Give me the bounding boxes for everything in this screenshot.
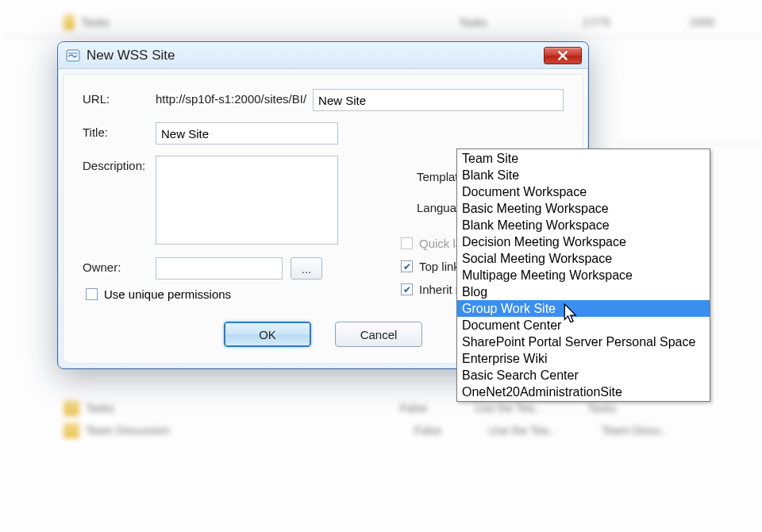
template-option[interactable]: Blank Site [457,167,710,183]
template-option[interactable]: Blank Meeting Workspace [457,217,710,233]
close-button[interactable] [544,47,582,64]
template-dropdown-list[interactable]: Team SiteBlank SiteDocument WorkspaceBas… [456,148,710,402]
quick-launch-checkbox[interactable] [401,237,413,249]
title-input[interactable] [156,122,338,145]
ok-button[interactable]: OK [224,322,311,347]
cancel-button[interactable]: Cancel [335,322,422,347]
template-option[interactable]: Decision Meeting Workspace [457,233,710,250]
template-option[interactable]: Basic Meeting Workspace [457,200,710,217]
title-label: Title: [83,122,156,139]
owner-label: Owner: [83,257,156,274]
title-row: Title: [83,122,564,145]
template-option[interactable]: Social Meeting Workspace [457,250,710,267]
app-icon [66,48,80,63]
dialog-title: New WSS Site [87,48,544,64]
unique-permissions-label: Use unique permissions [104,287,231,301]
template-option[interactable]: Document Workspace [457,183,710,200]
template-option[interactable]: Multipage Meeting Workspace [457,267,710,283]
template-option[interactable]: Enterprise Wiki [457,350,710,367]
unique-permissions-checkbox[interactable] [86,288,98,300]
url-prefix: http://sp10f-s1:2000/sites/BI/ [156,89,306,106]
template-option[interactable]: OneNet20AdministrationSite [457,384,710,400]
template-option[interactable]: Group Work Site [457,300,710,317]
top-link-checkbox[interactable]: ✔ [401,260,413,272]
owner-browse-button[interactable]: ... [291,257,322,279]
url-input[interactable] [313,89,564,111]
template-option[interactable]: Document Center [457,317,710,333]
top-link-label: Top link [419,260,460,273]
template-option[interactable]: Team Site [457,150,710,167]
description-label: Description: [83,156,156,172]
template-option[interactable]: Blog [457,283,710,300]
owner-input[interactable] [156,257,283,279]
description-input[interactable] [156,156,338,245]
template-option[interactable]: SharePoint Portal Server Personal Space [457,333,710,350]
url-row: URL: http://sp10f-s1:2000/sites/BI/ [83,89,564,111]
template-option[interactable]: Basic Search Center [457,367,710,384]
dialog-titlebar[interactable]: New WSS Site [58,42,588,69]
url-label: URL: [83,89,156,106]
inherit-nav-checkbox[interactable]: ✔ [401,283,413,295]
